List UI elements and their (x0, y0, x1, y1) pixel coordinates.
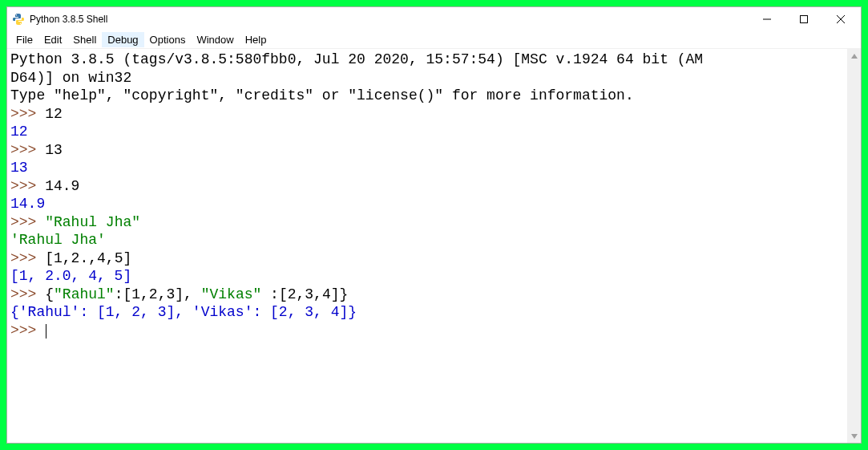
vertical-scrollbar[interactable] (847, 49, 861, 443)
input-text: 14.9 (45, 178, 79, 194)
prompt: >>> (10, 322, 45, 339)
scroll-up-icon[interactable] (847, 49, 861, 63)
prompt: >>> (10, 286, 45, 302)
input-text: :[2,3,4]} (261, 286, 348, 302)
output-text: [1, 2.0, 4, 5] (10, 268, 131, 284)
minimize-button[interactable] (749, 7, 785, 31)
input-text: "Vikas" (201, 286, 262, 302)
maximize-button[interactable] (785, 7, 822, 31)
menu-edit[interactable]: Edit (38, 32, 67, 47)
menu-help[interactable]: Help (240, 32, 273, 47)
scroll-down-icon[interactable] (847, 429, 861, 443)
text-cursor (46, 324, 46, 339)
close-button[interactable] (822, 7, 859, 31)
svg-point-0 (16, 14, 17, 15)
input-text: "Rahul" (54, 286, 115, 302)
menu-options[interactable]: Options (144, 32, 192, 47)
banner-line: D64)] on win32 (10, 70, 131, 86)
app-icon (12, 13, 25, 26)
output-text: 12 (10, 124, 28, 140)
menu-window[interactable]: Window (191, 32, 239, 47)
prompt: >>> (10, 178, 45, 194)
window-controls (749, 7, 859, 31)
content-area: Python 3.8.5 (tags/v3.8.5:580fbb0, Jul 2… (7, 49, 861, 443)
banner-line: Type "help", "copyright", "credits" or "… (10, 87, 634, 103)
prompt: >>> (10, 250, 45, 266)
menu-shell[interactable]: Shell (67, 32, 102, 47)
banner-line: Python 3.8.5 (tags/v3.8.5:580fbb0, Jul 2… (10, 51, 703, 67)
output-text: 'Rahul Jha' (10, 232, 106, 248)
menu-file[interactable]: File (10, 32, 38, 47)
idle-window: Python 3.8.5 Shell File Edit Shell Debug… (6, 6, 862, 444)
input-text: [1,2.,4,5] (45, 250, 131, 266)
output-text: 14.9 (10, 196, 45, 212)
input-text: 13 (45, 142, 63, 158)
menu-debug[interactable]: Debug (102, 32, 143, 47)
titlebar[interactable]: Python 3.8.5 Shell (7, 7, 861, 31)
output-text: 13 (10, 160, 28, 176)
svg-point-1 (20, 23, 21, 24)
prompt: >>> (10, 142, 45, 158)
input-text: "Rahul Jha" (45, 214, 140, 230)
svg-rect-3 (801, 16, 808, 23)
shell-text[interactable]: Python 3.8.5 (tags/v3.8.5:580fbb0, Jul 2… (7, 49, 847, 443)
input-text: :[1,2,3], (115, 286, 201, 302)
input-text: 12 (45, 106, 63, 122)
window-title: Python 3.8.5 Shell (30, 14, 749, 25)
input-text: { (45, 286, 54, 302)
output-text: {'Rahul': [1, 2, 3], 'Vikas': [2, 3, 4]} (10, 304, 357, 320)
prompt: >>> (10, 106, 45, 122)
menubar: File Edit Shell Debug Options Window Hel… (7, 31, 861, 49)
prompt: >>> (10, 214, 45, 230)
